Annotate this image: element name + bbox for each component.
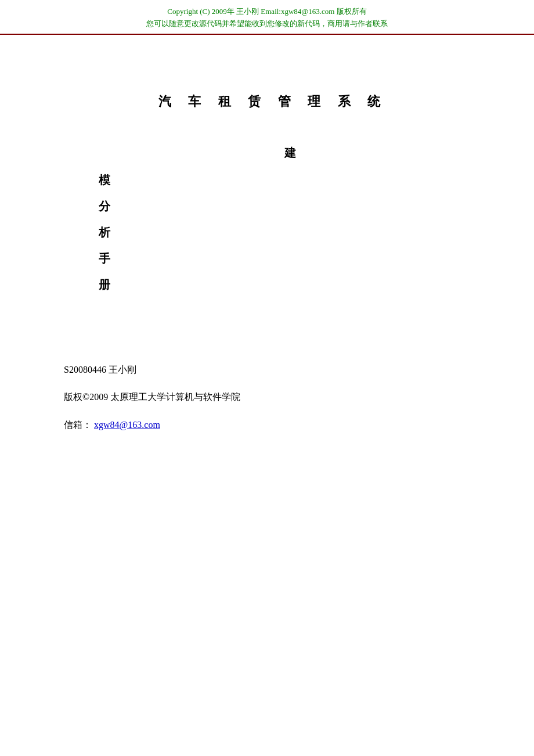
header-notice-line: 您可以随意更改源代码并希望能收到您修改的新代码，商用请与作者联系 (0, 18, 534, 30)
ce-char: 册 (93, 277, 488, 293)
student-id-line: S20080446 王小刚 (64, 362, 488, 377)
jian-char: 建 (93, 145, 488, 161)
email-link[interactable]: xgw84@163.com (94, 420, 160, 430)
email-label: 信箱： (64, 420, 92, 430)
mo-char: 模 (93, 172, 488, 188)
fen-char: 分 (93, 199, 488, 214)
bottom-info: S20080446 王小刚 版权©2009 太原理工大学计算机与软件学院 信箱：… (58, 362, 488, 433)
shou-char: 手 (93, 251, 488, 267)
main-content: 汽 车 租 赁 管 理 系 统 建 模 分 析 手 册 S20080446 王小… (0, 35, 534, 480)
email-line: 信箱： xgw84@163.com (64, 417, 488, 433)
header-bar: Copyright (C) 2009年 王小刚 Email:xgw84@163.… (0, 0, 534, 35)
main-title: 汽 车 租 赁 管 理 系 统 (58, 93, 488, 110)
title-section: 汽 车 租 赁 管 理 系 统 (58, 93, 488, 110)
vertical-text-section: 建 模 分 析 手 册 (58, 145, 488, 293)
header-copyright-line: Copyright (C) 2009年 王小刚 Email:xgw84@163.… (0, 6, 534, 18)
xi-char: 析 (93, 225, 488, 240)
copyright-line: 版权©2009 太原理工大学计算机与软件学院 (64, 390, 488, 405)
